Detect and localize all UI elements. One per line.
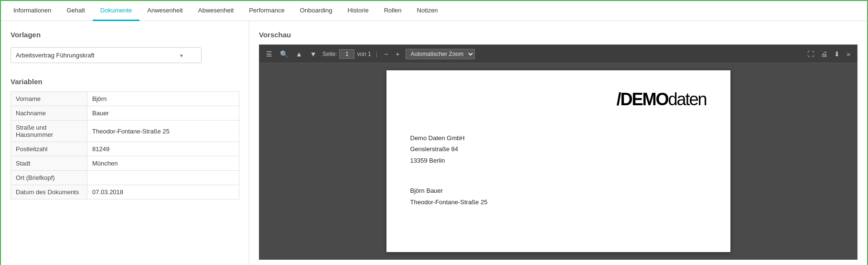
variable-value xyxy=(87,171,239,185)
variable-value: München xyxy=(87,156,239,171)
fullscreen-btn[interactable]: ⛶ xyxy=(805,49,816,59)
variable-row: Postleitzahl81249 xyxy=(11,142,239,156)
variable-row: Straße und HausnummerTheodor-Fontane-Str… xyxy=(11,121,239,142)
zoom-in-btn[interactable]: + xyxy=(394,49,401,59)
template-select-wrapper: Arbeitsvertrag Führungskraft ▾ xyxy=(11,47,239,63)
nav-item-gehalt[interactable]: Gehalt xyxy=(59,1,93,21)
sidebar-toggle-btn[interactable]: ☰ xyxy=(264,49,274,59)
variable-value: 07.03.2018 xyxy=(87,185,239,199)
pdf-person-address: Björn Bauer Theodor-Fontane-Straße 25 xyxy=(410,185,707,208)
next-page-btn[interactable]: ▼ xyxy=(308,49,319,59)
pdf-viewer: ☰ 🔍 ▲ ▼ Seite: von 1 | − + Automatischer… xyxy=(259,44,857,260)
variablen-title: Variablen xyxy=(11,77,239,86)
person-line2: Theodor-Fontane-Straße 25 xyxy=(410,197,707,208)
variables-table: VornameBjörnNachnameBauerStraße und Haus… xyxy=(11,91,239,199)
pdf-logo: /DEMOdaten xyxy=(616,89,706,110)
variable-value: Bauer xyxy=(87,106,239,121)
zoom-out-btn[interactable]: − xyxy=(382,49,390,59)
company-line2: Genslerstraße 84 xyxy=(410,144,707,155)
nav-item-anwesenheit[interactable]: Anwesenheit xyxy=(139,1,190,21)
company-line1: Demo Daten GmbH xyxy=(410,132,707,144)
prev-page-btn[interactable]: ▲ xyxy=(294,49,304,59)
vorschau-title: Vorschau xyxy=(259,31,857,39)
logo-daten: daten xyxy=(668,89,706,109)
variable-row: StadtMünchen xyxy=(11,156,239,171)
print-btn[interactable]: 🖨 xyxy=(819,49,829,59)
variable-value: Björn xyxy=(87,92,239,106)
page-info: Seite: von 1 xyxy=(322,49,371,59)
variable-row: Datum des Dokuments07.03.2018 xyxy=(11,185,239,199)
nav-item-notizen[interactable]: Notizen xyxy=(409,1,446,21)
variable-row: Ort (Briefkopf) xyxy=(11,171,239,185)
nav-item-rollen[interactable]: Rollen xyxy=(376,1,409,21)
search-btn[interactable]: 🔍 xyxy=(278,49,290,59)
pdf-body: /DEMOdaten Demo Daten GmbH Genslerstraße… xyxy=(259,63,857,259)
nav-item-abwesenheit[interactable]: Abwesenheit xyxy=(191,1,241,21)
nav-item-informationen[interactable]: Informationen xyxy=(6,1,59,21)
logo-slash-demo: /DEMO xyxy=(616,89,668,109)
page-number-input[interactable] xyxy=(339,49,354,59)
nav-item-historie[interactable]: Historie xyxy=(340,1,376,21)
main-content: Vorlagen Arbeitsvertrag Führungskraft ▾ … xyxy=(1,21,867,265)
pdf-page: /DEMOdaten Demo Daten GmbH Genslerstraße… xyxy=(386,70,730,252)
variable-label: Datum des Dokuments xyxy=(11,185,87,199)
pdf-toolbar: ☰ 🔍 ▲ ▼ Seite: von 1 | − + Automatischer… xyxy=(259,45,857,63)
nav-item-performance[interactable]: Performance xyxy=(241,1,292,21)
separator1: | xyxy=(376,50,377,57)
nav-item-dokumente[interactable]: Dokumente xyxy=(93,1,139,21)
variable-label: Ort (Briefkopf) xyxy=(11,171,87,185)
variable-label: Stadt xyxy=(11,156,87,171)
template-select[interactable]: Arbeitsvertrag Führungskraft xyxy=(11,47,202,63)
variable-label: Postleitzahl xyxy=(11,142,87,156)
zoom-select[interactable]: Automatischer Zoom xyxy=(406,49,475,59)
top-navigation: InformationenGehaltDokumenteAnwesenheitA… xyxy=(1,1,867,21)
page-of: von 1 xyxy=(357,51,371,57)
variable-label: Vorname xyxy=(11,92,87,106)
variable-row: NachnameBauer xyxy=(11,106,239,121)
pdf-company-address: Demo Daten GmbH Genslerstraße 84 13359 B… xyxy=(410,132,707,166)
company-line3: 13359 Berlin xyxy=(410,155,707,166)
person-line1: Björn Bauer xyxy=(410,185,707,196)
download-btn[interactable]: ⬇ xyxy=(832,49,842,59)
vorlagen-title: Vorlagen xyxy=(11,31,239,39)
variable-value: Theodor-Fontane-Straße 25 xyxy=(87,121,239,142)
variable-value: 81249 xyxy=(87,142,239,156)
variable-row: VornameBjörn xyxy=(11,92,239,106)
left-panel: Vorlagen Arbeitsvertrag Führungskraft ▾ … xyxy=(1,21,249,265)
nav-item-onboarding[interactable]: Onboarding xyxy=(292,1,340,21)
toolbar-right-btns: ⛶ 🖨 ⬇ » xyxy=(805,49,852,59)
more-btn[interactable]: » xyxy=(845,49,852,59)
variable-label: Straße und Hausnummer xyxy=(11,121,87,142)
right-panel: Vorschau ☰ 🔍 ▲ ▼ Seite: von 1 | − + Auto… xyxy=(249,21,867,265)
variable-label: Nachname xyxy=(11,106,87,121)
page-label: Seite: xyxy=(322,51,337,57)
